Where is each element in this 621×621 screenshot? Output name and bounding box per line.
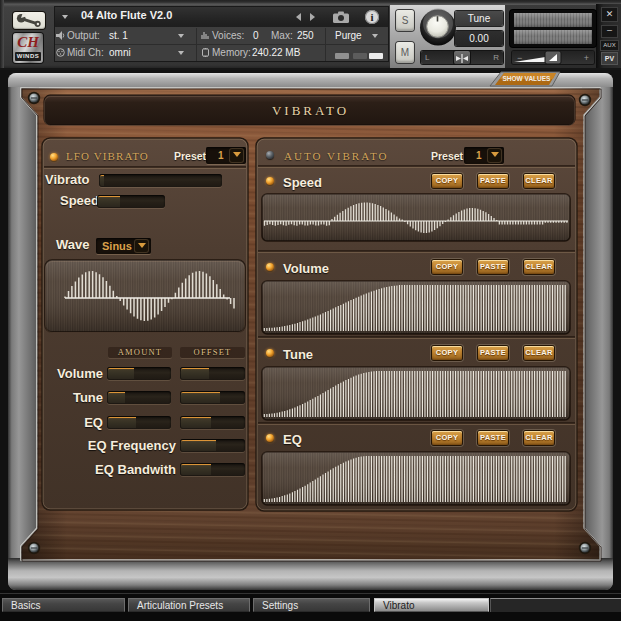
svg-text:SHOW VALUES: SHOW VALUES	[503, 75, 552, 82]
